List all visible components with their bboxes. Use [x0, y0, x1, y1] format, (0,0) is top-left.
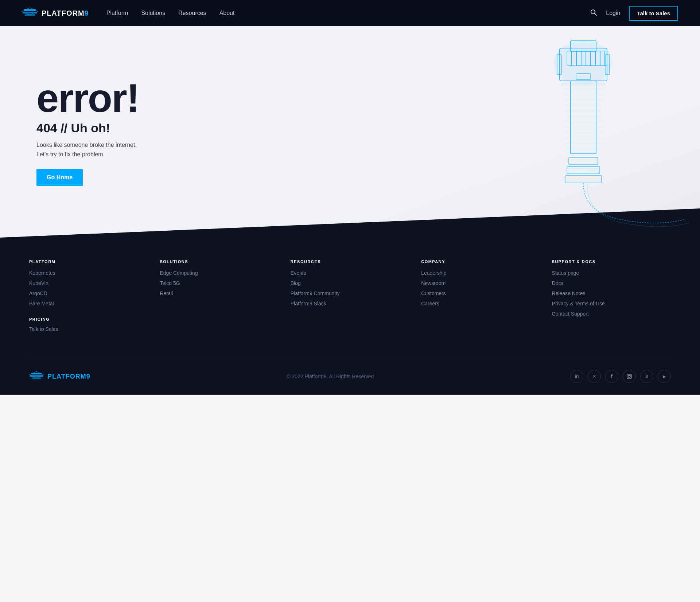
login-link[interactable]: Login	[606, 10, 620, 16]
footer-col-solutions: SOLUTIONS Edge Computing Telco 5G Retail	[160, 259, 279, 336]
footer-link-bare-metal[interactable]: Bare Metal	[29, 301, 54, 306]
navbar: PLATFORM9 Platform Solutions Resources A…	[0, 0, 700, 26]
footer-link-argocd[interactable]: ArgoCD	[29, 290, 47, 296]
footer-link-privacy[interactable]: Privacy & Terms of Use	[552, 301, 605, 306]
error-code: 404 // Uh oh!	[36, 121, 139, 135]
svg-rect-26	[565, 88, 602, 90]
footer-link-kubernetes[interactable]: Kubernetes	[29, 270, 55, 276]
footer-link-telco-5g[interactable]: Telco 5G	[160, 280, 180, 286]
svg-rect-31	[565, 116, 602, 117]
svg-rect-33	[565, 126, 602, 128]
svg-rect-22	[567, 167, 600, 174]
footer-logo: PLATFORM9	[29, 371, 90, 382]
footer-link-newsroom[interactable]: Newsroom	[421, 280, 446, 286]
footer-link-blog[interactable]: Blog	[291, 280, 301, 286]
svg-rect-32	[565, 121, 602, 122]
svg-rect-29	[565, 105, 602, 106]
hero-section: error! 404 // Uh oh! Looks like someone …	[0, 26, 700, 238]
footer-link-docs[interactable]: Docs	[552, 280, 564, 286]
cable-illustration	[474, 26, 700, 238]
nav-logo[interactable]: PLATFORM9	[22, 8, 89, 19]
instagram-icon[interactable]	[623, 370, 636, 383]
svg-marker-3	[22, 8, 38, 15]
footer-link-customers[interactable]: Customers	[421, 290, 446, 296]
nav-logo-text: PLATFORM9	[42, 9, 89, 17]
svg-line-5	[595, 13, 597, 15]
svg-point-24	[554, 41, 612, 85]
footer-pricing-title: PRICING	[29, 317, 148, 321]
footer-col-company: COMPANY Leadership Newsroom Customers Ca…	[421, 259, 540, 336]
footer-link-platform9-community[interactable]: Platform9 Community	[291, 290, 340, 296]
nav-links: Platform Solutions Resources About	[106, 10, 590, 16]
svg-rect-30	[565, 110, 602, 112]
error-description: Looks like someone broke the internet. L…	[36, 140, 139, 159]
svg-rect-37	[565, 148, 602, 150]
nav-link-resources[interactable]: Resources	[178, 10, 206, 16]
footer-platform-title: PLATFORM	[29, 259, 148, 264]
footer: PLATFORM Kubernetes KubeVirt ArgoCD Bare…	[0, 238, 700, 395]
footer-copyright: © 2022 Platform9. All Rights Reserved	[287, 374, 374, 379]
hero-content: error! 404 // Uh oh! Looks like someone …	[36, 78, 139, 186]
footer-logo-icon	[29, 371, 44, 382]
linkedin-icon[interactable]: in	[570, 370, 583, 383]
footer-link-platform9-slack[interactable]: Platform9 Slack	[291, 301, 326, 306]
go-home-button[interactable]: Go Home	[36, 169, 83, 186]
svg-rect-42	[627, 374, 631, 379]
footer-bottom: PLATFORM9 © 2022 Platform9. All Rights R…	[29, 358, 671, 395]
footer-col-support: SUPPORT & DOCS Status page Docs Release …	[552, 259, 671, 336]
footer-link-talk-to-sales[interactable]: Talk to Sales	[29, 326, 58, 332]
footer-resources-title: RESOURCES	[291, 259, 409, 264]
svg-point-44	[630, 375, 631, 376]
footer-link-retail[interactable]: Retail	[160, 290, 173, 296]
footer-logo-text: PLATFORM9	[47, 373, 90, 380]
svg-point-43	[628, 375, 630, 378]
error-heading: error!	[36, 78, 139, 118]
nav-link-platform[interactable]: Platform	[106, 10, 128, 16]
footer-support-title: SUPPORT & DOCS	[552, 259, 671, 264]
nav-link-solutions[interactable]: Solutions	[141, 10, 165, 16]
youtube-icon[interactable]: ▶	[658, 370, 671, 383]
twitter-icon[interactable]: ✕	[588, 370, 601, 383]
footer-link-events[interactable]: Events	[291, 270, 306, 276]
footer-link-status-page[interactable]: Status page	[552, 270, 579, 276]
svg-rect-34	[565, 132, 602, 133]
search-icon[interactable]	[590, 9, 597, 18]
svg-rect-28	[565, 99, 602, 101]
nav-right: Login Talk to Sales	[590, 6, 678, 21]
footer-link-leadership[interactable]: Leadership	[421, 270, 446, 276]
footer-company-title: COMPANY	[421, 259, 540, 264]
svg-rect-25	[561, 83, 605, 86]
footer-solutions-title: SOLUTIONS	[160, 259, 279, 264]
footer-link-release-notes[interactable]: Release Notes	[552, 290, 586, 296]
footer-link-contact-support[interactable]: Contact Support	[552, 311, 589, 317]
nav-link-about[interactable]: About	[219, 10, 235, 16]
footer-link-edge-computing[interactable]: Edge Computing	[160, 270, 198, 276]
svg-marker-41	[29, 371, 44, 378]
svg-rect-21	[569, 157, 598, 165]
footer-link-kubevirt[interactable]: KubeVirt	[29, 280, 48, 286]
footer-col-resources: RESOURCES Events Blog Platform9 Communit…	[291, 259, 409, 336]
slack-icon[interactable]: #	[640, 370, 653, 383]
footer-link-careers[interactable]: Careers	[421, 301, 439, 306]
facebook-icon[interactable]: f	[605, 370, 618, 383]
footer-grid: PLATFORM Kubernetes KubeVirt ArgoCD Bare…	[29, 259, 671, 358]
footer-col-platform: PLATFORM Kubernetes KubeVirt ArgoCD Bare…	[29, 259, 148, 336]
talk-to-sales-button[interactable]: Talk to Sales	[629, 6, 678, 21]
svg-rect-36	[565, 143, 602, 144]
svg-rect-27	[565, 94, 602, 95]
svg-rect-23	[565, 176, 602, 183]
social-icons: in ✕ f # ▶	[570, 370, 671, 383]
svg-rect-35	[565, 137, 602, 139]
